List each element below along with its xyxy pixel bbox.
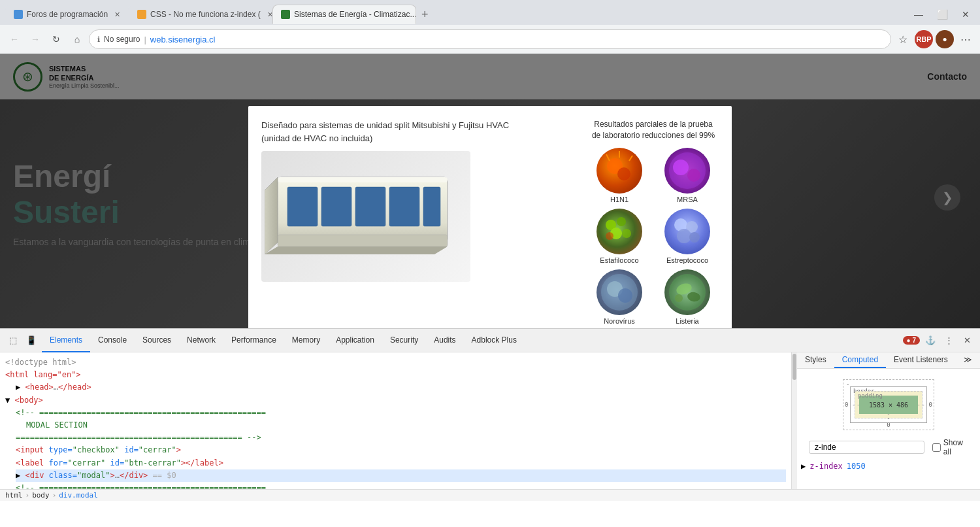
new-tab-button[interactable]: + [416, 8, 434, 22]
prop-name-zindex: z-index [809, 462, 843, 471]
tab-event-listeners[interactable]: Event Listeners [886, 352, 956, 368]
tab-memory[interactable]: Memory [284, 329, 328, 352]
code-doctype: <!doctype html> [5, 356, 786, 369]
bacteria-label-staph: Estafilococo [600, 256, 638, 264]
svg-point-25 [689, 232, 700, 243]
tab-favicon-forums [14, 10, 23, 19]
computed-properties-list: ▶ z-index 1050 [801, 460, 976, 472]
code-comment1: <!-- ===================================… [16, 407, 786, 419]
tab-audits[interactable]: Audits [426, 329, 463, 352]
bacteria-mrsa: MRSA [656, 148, 719, 203]
tab-label-sistemas: Sistemas de Energía - Climatizac... [294, 10, 416, 19]
tab-console[interactable]: Console [90, 329, 135, 352]
show-all-label[interactable]: Show all [932, 438, 972, 456]
bacteria-label-h1n1: H1N1 [610, 196, 629, 203]
extension-badge[interactable]: RBP [915, 30, 933, 48]
reload-button[interactable]: ↻ [47, 30, 65, 48]
devtools-close-button[interactable]: ✕ [959, 333, 975, 348]
hvac-unit-svg [265, 158, 467, 275]
browser-window: Foros de programación ✕ CSS - No me func… [0, 0, 980, 54]
devtools-toolbar: ⬚ 📱 Elements Console Sources Network Per… [0, 329, 980, 352]
margin-label: - [846, 381, 849, 388]
profile-avatar[interactable]: ● [936, 30, 954, 48]
bacteria-img-mrsa [664, 148, 710, 194]
padding-bottom-val: - [887, 411, 890, 417]
breadcrumb-body[interactable]: body [32, 491, 50, 500]
bacteria-label-noro: Norovírus [604, 317, 635, 325]
bacteria-listeria: Listeria [656, 269, 719, 325]
devtools-device-button[interactable]: 📱 [24, 333, 39, 348]
home-button[interactable]: ⌂ [68, 30, 86, 48]
code-label-cerrar: <label for="cerrar" id="btn-cerrar"></la… [16, 457, 786, 469]
devtools-panel: ⬚ 📱 Elements Console Sources Network Per… [0, 328, 980, 501]
bacteria-h1n1: H1N1 [588, 148, 651, 203]
breadcrumb-div-modal[interactable]: div.modal [59, 491, 98, 500]
svg-line-11 [606, 154, 610, 161]
minimize-button[interactable]: — [909, 5, 928, 24]
svg-rect-6 [423, 187, 440, 226]
url-display: web.sisenergia.cl [150, 35, 216, 44]
devtools-right-panel: Styles Computed Event Listeners ≫ - [797, 352, 980, 489]
tab-elements[interactable]: Elements [42, 329, 90, 352]
border-box: border - - - padding - - - [850, 386, 927, 423]
breadcrumb-bar: html › body › div.modal [0, 489, 980, 501]
tab-sources[interactable]: Sources [135, 329, 179, 352]
svg-point-18 [617, 217, 626, 226]
margin-box: - 0 0 0 border - - - [843, 379, 934, 430]
html-tree-scrollthumb[interactable] [792, 354, 796, 380]
svg-point-32 [675, 294, 683, 302]
tab-more-right[interactable]: ≫ [956, 352, 980, 368]
tab-styles[interactable]: Styles [797, 352, 834, 368]
devtools-right-tabs: Styles Computed Event Listeners ≫ [797, 352, 980, 369]
tab-network[interactable]: Network [179, 329, 223, 352]
tab-close-forums[interactable]: ✕ [114, 10, 120, 19]
maximize-button[interactable]: ⬜ [933, 5, 951, 24]
computed-prop-zindex[interactable]: ▶ z-index 1050 [801, 460, 976, 472]
menu-button[interactable]: ⋯ [956, 30, 975, 48]
show-all-checkbox[interactable] [932, 443, 941, 452]
tab-favicon-sistemas [281, 10, 290, 19]
devtools-dock-button[interactable]: ⚓ [923, 333, 938, 348]
code-div-modal[interactable]: ▶ <div class="modal">…</div> == $0 [16, 469, 786, 482]
tab-forums[interactable]: Foros de programación ✕ [5, 5, 129, 24]
tab-security[interactable]: Security [382, 329, 426, 352]
svg-point-16 [687, 169, 700, 182]
breadcrumb-html[interactable]: html [5, 491, 23, 500]
bookmark-button[interactable]: ☆ [894, 30, 912, 48]
margin-right-val: 0 [929, 401, 932, 408]
html-tree[interactable]: <!doctype html> <html lang="en"> ▶ <head… [0, 352, 792, 489]
tab-sistemas[interactable]: Sistemas de Energía - Climatizac... ✕ [272, 5, 416, 24]
svg-rect-7 [278, 235, 448, 246]
svg-point-28 [618, 288, 632, 303]
tab-label-css: CSS - No me funciona z-index ( [150, 10, 261, 19]
computed-search-row: Show all [801, 437, 976, 460]
svg-point-10 [617, 167, 630, 180]
tab-close-css[interactable]: ✕ [267, 10, 272, 19]
tab-adblock[interactable]: Adblock Plus [464, 329, 525, 352]
tab-application[interactable]: Application [328, 329, 382, 352]
svg-rect-3 [321, 187, 351, 226]
svg-point-20 [622, 229, 631, 238]
back-button[interactable]: ← [5, 30, 24, 48]
devtools-more-button[interactable]: ⋮ [941, 333, 956, 348]
bacteria-noro: Norovírus [588, 269, 651, 325]
tab-computed[interactable]: Computed [834, 352, 886, 368]
devtools-inspect-button[interactable]: ⬚ [5, 333, 21, 348]
navigation-bar: ← → ↻ ⌂ ℹ No seguro | web.sisenergia.cl … [0, 25, 980, 54]
close-window-button[interactable]: ✕ [956, 5, 975, 24]
forward-button[interactable]: → [26, 30, 44, 48]
modal-overlay: Diseñado para sistemas de unidad split M… [0, 54, 980, 328]
html-tree-scrollbar[interactable] [792, 352, 797, 489]
svg-rect-1 [278, 177, 448, 182]
tab-label-forums: Foros de programación [27, 10, 108, 19]
computed-search-input[interactable] [809, 441, 924, 454]
prop-expand-arrow[interactable]: ▶ [801, 462, 806, 471]
svg-point-24 [677, 229, 691, 243]
devtools-body: <!doctype html> <html lang="en"> ▶ <head… [0, 352, 980, 489]
modal-product-image [261, 151, 470, 282]
address-bar[interactable]: ℹ No seguro | web.sisenergia.cl [89, 29, 891, 49]
code-head: ▶ <head>…</head> [16, 381, 786, 394]
tab-css[interactable]: CSS - No me funciona z-index ( ✕ [129, 5, 272, 24]
devtools-tabs: Elements Console Sources Network Perform… [42, 329, 900, 352]
tab-performance[interactable]: Performance [223, 329, 284, 352]
